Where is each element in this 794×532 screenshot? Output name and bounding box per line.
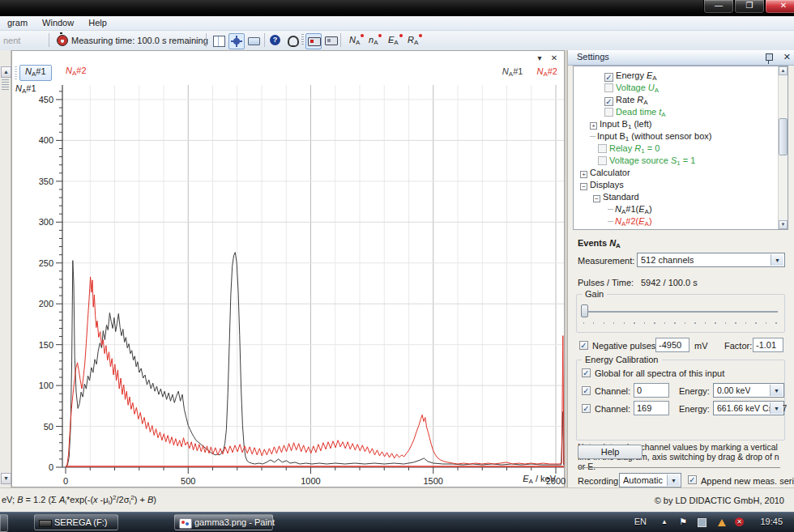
- tree-checkbox[interactable]: ✓: [604, 73, 613, 82]
- minimize-button[interactable]: —: [703, 0, 734, 14]
- energy-select[interactable]: 661.66 keV Cs137▼: [713, 401, 784, 415]
- chevron-down-icon[interactable]: ▼: [770, 402, 783, 414]
- taskbar-button[interactable]: SEREGA (F:): [34, 514, 118, 530]
- help-icon[interactable]: ?: [268, 33, 283, 48]
- global-calibration-checkbox[interactable]: ✓: [582, 368, 591, 377]
- channel-checkbox[interactable]: ✓: [582, 404, 591, 413]
- headset-icon[interactable]: [285, 33, 300, 48]
- quantity-button-3[interactable]: RA: [405, 34, 425, 47]
- tree-item[interactable]: ✓ Energy EA: [604, 70, 657, 82]
- pin-icon[interactable]: [766, 53, 773, 61]
- measurement-select[interactable]: 512 channels ▼: [637, 253, 785, 267]
- tree-item[interactable]: Input B1 (without sensor box): [590, 130, 711, 143]
- close-button[interactable]: ✕: [765, 0, 794, 14]
- tree-scrollbar[interactable]: ▲ ▼: [778, 66, 788, 229]
- spectrum-plot[interactable]: 0501001502002503003504004500500100015002…: [12, 51, 566, 488]
- scroll-down-icon[interactable]: ▼: [779, 220, 788, 229]
- scroll-up-icon[interactable]: ▲: [1, 66, 11, 78]
- tree-checkbox[interactable]: ✓: [604, 97, 613, 106]
- energy-select[interactable]: 0.00 keV▼: [713, 383, 784, 398]
- energy-label: Energy:: [679, 404, 710, 414]
- tree-item[interactable]: Voltage UA: [604, 82, 659, 94]
- quantity-button-1[interactable]: nA: [366, 34, 384, 47]
- menu-item-help[interactable]: Help: [81, 16, 114, 30]
- tree-item-label: Dead time tA: [616, 107, 666, 117]
- tick-label: 0: [49, 462, 53, 472]
- chevron-down-icon[interactable]: ▼: [771, 254, 783, 266]
- menu-item-window[interactable]: Window: [35, 16, 81, 30]
- chevron-down-icon[interactable]: ▼: [667, 475, 680, 486]
- tree-item-label: Displays: [590, 180, 624, 189]
- expand-icon[interactable]: +: [580, 171, 587, 178]
- taskbar-edge-button[interactable]: [0, 514, 8, 532]
- quantity-button-2[interactable]: EA: [386, 34, 405, 47]
- series-N_A#1-line: [66, 253, 565, 467]
- scroll-up-icon[interactable]: ▲: [779, 66, 788, 75]
- measurement-combo-remnant[interactable]: nent: [3, 36, 20, 45]
- new-quantity-dot: [419, 34, 422, 37]
- restore-button[interactable]: ❐: [734, 0, 765, 14]
- negative-pulses-checkbox[interactable]: ✓: [579, 341, 588, 350]
- strip-grip[interactable]: [2, 79, 9, 91]
- tree-item[interactable]: NA#2(EA): [608, 215, 652, 228]
- scroll-down-icon[interactable]: ▼: [1, 473, 11, 484]
- scrollbar-thumb[interactable]: [779, 118, 788, 155]
- tree-item[interactable]: NA#1(EA): [608, 203, 652, 215]
- settings-tree: ✓ Energy EA Voltage UA✓ Rate RA Dead tim…: [573, 66, 788, 230]
- factor-input[interactable]: -1.01: [753, 338, 783, 352]
- append-series-checkbox[interactable]: ✓: [688, 475, 697, 484]
- series-N_A#2-line: [66, 277, 565, 467]
- tree-checkbox[interactable]: [604, 83, 613, 92]
- close-settings-icon[interactable]: ✕: [783, 52, 791, 62]
- tree-item[interactable]: Voltage source S1 = 1: [598, 155, 695, 167]
- tree-item[interactable]: ✓ Rate RA: [604, 94, 648, 106]
- columns-icon[interactable]: [211, 33, 226, 48]
- menu-item-gram[interactable]: gram: [0, 16, 35, 30]
- gain-slider-track[interactable]: [583, 311, 778, 313]
- tree-item-label: Calculator: [590, 168, 630, 177]
- collapse-icon[interactable]: −: [580, 183, 587, 190]
- tree-item[interactable]: Dead time tA: [604, 106, 666, 118]
- taskbar-button[interactable]: gamma3.png - Paint: [174, 514, 273, 530]
- x-axis-label[interactable]: EA / keV: [523, 474, 556, 483]
- paint-icon: [179, 518, 192, 529]
- usb-device-icon[interactable]: [698, 518, 706, 527]
- tree-item[interactable]: + Calculator: [580, 167, 630, 179]
- channel-label: Channel:: [595, 404, 630, 414]
- channel-input[interactable]: 0: [634, 383, 669, 398]
- channel-checkbox[interactable]: ✓: [582, 386, 591, 395]
- pulses-label: Pulses / Time:: [578, 278, 634, 287]
- tray-expand-icon[interactable]: ▲: [661, 518, 668, 526]
- gain-slider-thumb[interactable]: [581, 304, 588, 317]
- y-axis-label[interactable]: NA#1: [15, 83, 36, 93]
- tree-item[interactable]: Relay R1 = 0: [598, 143, 660, 155]
- toolbar-grip: [301, 34, 304, 46]
- settings-gear-icon[interactable]: [228, 33, 245, 49]
- language-indicator[interactable]: EN: [634, 517, 647, 526]
- action-center-flag-icon[interactable]: ⚑: [679, 517, 687, 527]
- tree-checkbox[interactable]: [598, 156, 607, 165]
- negative-pulses-input[interactable]: -4950: [655, 338, 689, 352]
- volume-muted-icon[interactable]: ✕: [735, 517, 744, 526]
- cassy-module-icon[interactable]: [305, 33, 322, 49]
- tree-item-label: Energy EA: [616, 70, 657, 80]
- tree-checkbox[interactable]: [604, 108, 613, 117]
- tree-item[interactable]: + Input B1 (left): [590, 118, 651, 130]
- alert-icon[interactable]: [718, 519, 726, 526]
- tree-item[interactable]: − Displays: [580, 179, 624, 191]
- tree-checkbox[interactable]: [598, 144, 607, 153]
- channel-input[interactable]: 169: [634, 401, 669, 415]
- tree-item[interactable]: − Standard: [593, 191, 639, 203]
- collapse-icon[interactable]: −: [593, 195, 600, 202]
- cassy-module-2-icon[interactable]: [323, 33, 338, 48]
- display-icon[interactable]: [246, 33, 261, 48]
- left-panel-strip: ▲ ▼: [0, 50, 11, 487]
- tree-connector: [608, 209, 613, 210]
- quantity-button-0[interactable]: NA: [347, 34, 366, 47]
- help-button[interactable]: Help: [578, 445, 642, 459]
- recording-select[interactable]: Automatic ▼: [619, 473, 681, 487]
- expand-icon[interactable]: +: [590, 122, 597, 130]
- status-bar: eV; B = 1.2 (Σ Ai*exp(-(x -μi)2/2σi2) + …: [0, 487, 794, 513]
- clock[interactable]: 19:45: [760, 517, 783, 526]
- chevron-down-icon[interactable]: ▼: [770, 385, 783, 396]
